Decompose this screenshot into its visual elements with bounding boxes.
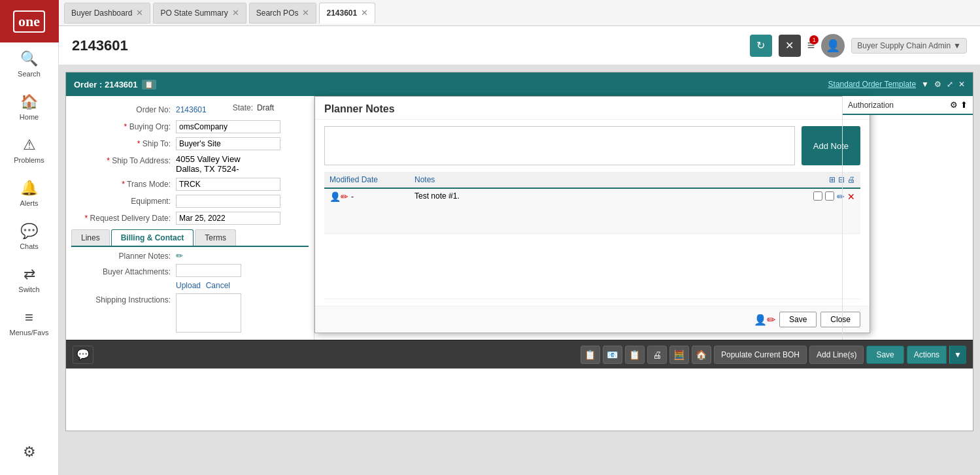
upload-link[interactable]: Upload [176,281,201,290]
toolbar-icon-2[interactable]: 📧 [603,346,622,364]
note-icon-date-cell: 👤✏ - [324,188,409,234]
sidebar-item-search[interactable]: 🔍 Search [0,42,58,86]
planner-notes-label: Planner Notes: [71,252,176,261]
menu-icon-container[interactable]: ≡ 1 [807,38,815,53]
sidebar-label-switch: Switch [18,286,39,293]
trans-mode-input[interactable] [176,178,280,191]
ship-to-address-line2: Dallas, TX 7524- [176,164,241,174]
add-lines-button[interactable]: Add Line(s) [809,346,864,364]
save-button[interactable]: Save [779,312,817,327]
right-panel-header: Authorization ⚙ ⬆ [843,96,973,115]
panel-expand-icon[interactable]: ⤢ [947,80,953,89]
populate-boh-button[interactable]: Populate Current BOH [714,346,807,364]
tab-po-state-summary[interactable]: PO State Summary ✕ [153,3,246,24]
sidebar-item-menus[interactable]: ≡ Menus/Favs [0,301,58,344]
chat-icon-button[interactable]: 💬 [73,346,93,364]
template-link[interactable]: Standard Order Template [828,80,917,89]
planner-notes-edit-icon[interactable]: ✏ [176,251,183,261]
actions-button[interactable]: Actions [907,346,947,364]
panel-config-icon[interactable]: ⚙ [934,80,941,89]
right-panel-collapse-icon[interactable]: ⬆ [960,100,968,110]
close-button[interactable]: ✕ [779,35,801,57]
modal-footer: 👤✏ Save Close [315,306,870,333]
cancel-link[interactable]: Cancel [206,281,230,290]
right-panel-title: Authorization [848,101,894,110]
modal-body: Add Note Modified Date [315,120,870,306]
ship-to-input[interactable] [176,137,280,150]
sidebar-item-alerts[interactable]: 🔔 Alerts [0,172,58,215]
state-label: State: [233,103,253,112]
order-panel-header: Order : 2143601 📋 Standard Order Templat… [66,73,973,96]
user-note-icon: 👤✏ [329,191,348,202]
equipment-input[interactable] [176,195,280,208]
tab-search-pos-close[interactable]: ✕ [302,8,309,17]
planner-notes-row: Planner Notes: ✏ [66,247,314,262]
note-checkbox-2[interactable] [825,191,834,201]
notes-table: Modified Date Notes ⊞ ⊟ 🖨 [324,172,860,299]
avatar: 👤 [821,34,845,57]
buyer-attachments-label: Buyer Attachments: [71,265,176,276]
tab-search-pos[interactable]: Search POs ✕ [249,3,317,24]
panel-close-icon[interactable]: ✕ [958,80,965,89]
sidebar-item-settings[interactable]: ⚙ [23,436,36,468]
tab-po-state-summary-label: PO State Summary [160,8,228,18]
user-dropdown[interactable]: Buyer Supply Chain Admin ▼ [851,38,967,54]
order-title-icon: 📋 [142,80,156,90]
note-text: Test note #1. [414,191,460,201]
toolbar-icon-3[interactable]: 📋 [625,346,645,364]
tab-2143601-label: 2143601 [326,8,357,18]
form-section: Order No: 2143601 State: Draft Buying Or… [66,96,314,340]
shipping-instructions-textarea[interactable] [176,293,241,333]
modal-area: Planner Notes Add Note [314,96,973,340]
buying-org-label: Buying Org: [71,120,176,131]
toolbar-icon-1[interactable]: 📋 [581,346,600,364]
buyer-attachments-input[interactable] [176,264,241,277]
sidebar-label-home: Home [20,113,39,121]
buying-org-input[interactable] [176,120,280,133]
note-textarea[interactable] [324,126,795,165]
toolbar-icon-4[interactable]: 🖨 [647,346,667,364]
sidebar-logo[interactable]: one [0,0,59,42]
tab-terms[interactable]: Terms [195,229,236,246]
sidebar-label-chats: Chats [20,242,39,250]
sidebar-item-chats[interactable]: 💬 Chats [0,215,58,258]
request-delivery-row: Request Delivery Date: [66,210,314,227]
order-title-text: Order : 2143601 [74,80,138,90]
request-delivery-input[interactable] [176,212,280,225]
tab-2143601[interactable]: 2143601 ✕ [319,3,375,24]
tab-2143601-close[interactable]: ✕ [361,8,368,17]
tab-billing-contact-label: Billing & Contact [121,233,184,242]
toolbar-icon-5[interactable]: 🧮 [669,346,689,364]
state-value: Draft [257,103,274,112]
ship-to-address-label: Ship To Address: [71,154,176,165]
right-panel-config-icon[interactable]: ⚙ [950,100,958,110]
table-row: 👤✏ - Test note #1. [324,188,860,234]
sidebar-label-search: Search [18,70,41,78]
tab-billing-contact[interactable]: Billing & Contact [111,229,194,246]
refresh-button[interactable]: ↻ [750,35,772,57]
sidebar-item-switch[interactable]: ⇄ Switch [0,258,58,301]
save-order-button[interactable]: Save [866,346,904,364]
ship-to-address-line1: 4055 Valley View [176,154,241,164]
alerts-icon: 🔔 [20,180,38,197]
col-notes-label: Notes [414,175,435,184]
sidebar-item-home[interactable]: 🏠 Home [0,86,58,129]
template-dropdown-icon[interactable]: ▼ [921,80,929,89]
toolbar-icon-6[interactable]: 🏠 [692,346,711,364]
ship-to-address-value: 4055 Valley View Dallas, TX 7524- [176,154,241,174]
order-panel: Order : 2143601 📋 Standard Order Templat… [65,72,973,431]
switch-icon: ⇄ [24,266,35,283]
sidebar-label-alerts: Alerts [20,199,38,207]
empty-cell [324,234,860,299]
actions-dropdown-button[interactable]: ▼ [949,346,966,364]
tab-buyer-dashboard[interactable]: Buyer Dashboard ✕ [64,3,150,24]
table-icon-1[interactable]: ⊞ [829,175,836,184]
sidebar-item-problems[interactable]: ⚠ Problems [0,129,58,172]
tab-po-state-summary-close[interactable]: ✕ [232,8,239,17]
note-checkbox-1[interactable] [813,191,822,201]
tab-lines[interactable]: Lines [71,229,110,246]
dropdown-arrow-icon: ▼ [953,41,961,50]
upload-cancel-row: Upload Cancel [66,279,314,291]
tab-buyer-dashboard-close[interactable]: ✕ [136,8,143,17]
buyer-attachments-row: Buyer Attachments: [66,262,314,279]
